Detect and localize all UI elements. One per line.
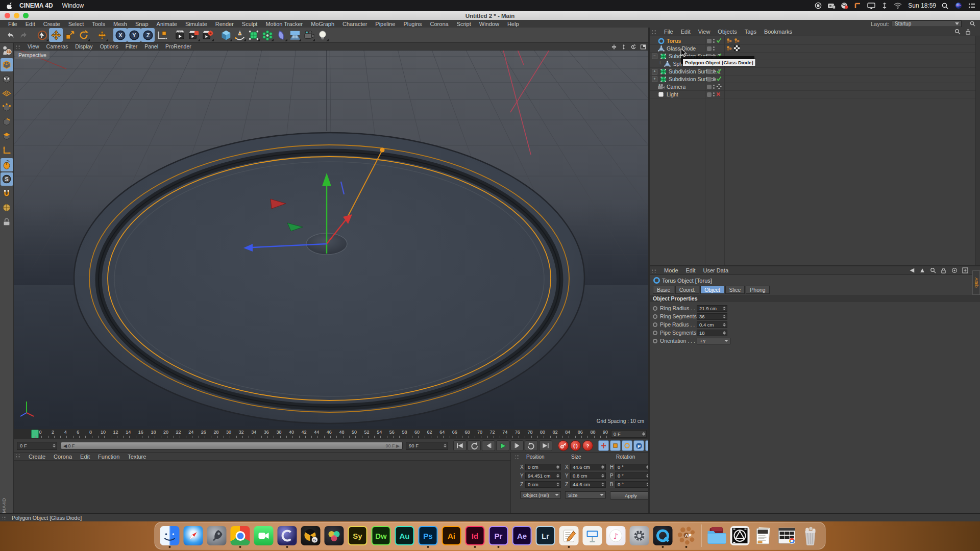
rotate-view-icon[interactable] <box>630 43 636 50</box>
expand-toggle[interactable]: − <box>652 54 657 59</box>
stepper-icon[interactable] <box>723 331 726 335</box>
attr-menu-user-data[interactable]: User Data <box>703 267 729 273</box>
dock-finder[interactable] <box>159 523 181 548</box>
dock-system-preferences[interactable] <box>628 523 651 548</box>
stepper-icon[interactable] <box>723 323 726 327</box>
pan-view-icon[interactable] <box>610 43 617 50</box>
stepper-icon[interactable] <box>642 432 645 436</box>
texture-mode-button[interactable] <box>1 72 13 86</box>
material-menu-edit[interactable]: Edit <box>80 454 90 460</box>
object-tags[interactable] <box>726 45 740 52</box>
screenshot-icon[interactable] <box>827 2 836 9</box>
coord-field[interactable]: 94.451 cm <box>525 472 561 479</box>
play-forward-button[interactable] <box>496 440 509 451</box>
light-tool-button[interactable] <box>315 28 329 42</box>
dock-facetime[interactable] <box>253 523 275 548</box>
menu-window[interactable]: Window <box>479 21 499 27</box>
object-row-torus[interactable]: Torus <box>650 37 980 45</box>
dock-adobe-ai[interactable]: Ai <box>440 523 463 548</box>
object-row-glass-diode[interactable]: Glass Diode <box>650 45 980 53</box>
render-picture-viewer-button[interactable] <box>187 28 201 42</box>
viewport-solo-button[interactable] <box>1 158 13 171</box>
panel-grip-icon[interactable] <box>16 454 20 459</box>
stepper-icon[interactable] <box>556 474 559 478</box>
menu-script[interactable]: Script <box>457 21 471 27</box>
om-menu-tags[interactable]: Tags <box>745 29 756 35</box>
render-settings-button[interactable] <box>201 28 214 42</box>
visibility-dots[interactable] <box>713 39 715 43</box>
add-panel-icon[interactable] <box>961 267 969 274</box>
menu-sculpt[interactable]: Sculpt <box>242 21 258 27</box>
axis-z-button[interactable]: Z <box>141 28 155 42</box>
autokey-button[interactable]: ( ) <box>570 440 581 451</box>
viewport-menu-view[interactable]: View <box>28 43 39 49</box>
property-field[interactable]: 18 <box>697 330 727 336</box>
keyframe-bullet-icon[interactable] <box>653 306 657 311</box>
last-tool-button[interactable] <box>95 28 109 42</box>
visibility-toggles[interactable] <box>707 38 722 44</box>
search-icon[interactable] <box>953 29 961 35</box>
environment-button[interactable] <box>288 28 302 42</box>
menu-render[interactable]: Render <box>215 21 234 27</box>
loop-play-button[interactable] <box>525 440 538 451</box>
menu-snap[interactable]: Snap <box>135 21 149 27</box>
dots-tag-icon[interactable] <box>726 45 732 52</box>
search-icon[interactable] <box>929 267 937 274</box>
record-key-button[interactable] <box>558 440 569 451</box>
state-check-icon[interactable] <box>716 38 722 44</box>
apple-menu-icon[interactable] <box>6 2 12 9</box>
coord-field[interactable]: 44.6 cm <box>570 481 606 488</box>
dock-resolve[interactable] <box>323 523 346 548</box>
size-dropdown[interactable]: Size <box>565 491 606 498</box>
dock-adobe-ae[interactable]: Ae <box>511 523 533 548</box>
keyframe-bullet-icon[interactable] <box>653 322 657 327</box>
menu-simulate[interactable]: Simulate <box>185 21 207 27</box>
deformer-button[interactable] <box>274 28 288 42</box>
next-frame-button[interactable] <box>510 440 524 451</box>
menu-animate[interactable]: Animate <box>157 21 177 27</box>
visibility-dots[interactable] <box>713 85 715 89</box>
om-menu-bookmarks[interactable]: Bookmarks <box>764 29 792 35</box>
expand-toggle[interactable]: + <box>652 69 657 74</box>
play-backward-button[interactable] <box>468 440 481 451</box>
dots-tag-icon[interactable] <box>726 38 732 44</box>
state-check-icon[interactable] <box>716 76 722 82</box>
key-rotation-toggle[interactable] <box>622 440 632 451</box>
panel-grip-icon[interactable] <box>515 455 520 459</box>
viewport-scene[interactable] <box>14 51 648 429</box>
dock-quicktime[interactable] <box>652 523 674 548</box>
move-tool-button[interactable] <box>49 28 63 42</box>
coord-system-button[interactable] <box>155 28 168 42</box>
attr-menu-mode[interactable]: Mode <box>664 267 678 273</box>
menubar-app-name[interactable]: CINEMA 4D <box>19 2 53 9</box>
menubar-clock[interactable]: Sun 18:59 <box>908 2 936 9</box>
end-frame-field[interactable]: 90 F <box>406 442 448 450</box>
live-selection-button[interactable] <box>35 28 49 42</box>
keyframe-bullet-icon[interactable] <box>653 331 657 335</box>
tab-coord[interactable]: Coord. <box>675 286 700 294</box>
undo-button[interactable] <box>3 28 17 42</box>
layer-toggle[interactable] <box>707 77 712 82</box>
current-frame-field[interactable]: 0 F <box>17 442 57 450</box>
material-menu-function[interactable]: Function <box>98 454 119 460</box>
visibility-dots[interactable] <box>713 77 715 81</box>
layout-select[interactable]: Startup <box>892 20 962 27</box>
coord-field[interactable]: 0 ° <box>615 481 651 488</box>
visibility-dots[interactable] <box>713 54 715 58</box>
layer-toggle[interactable] <box>707 92 712 97</box>
menu-pipeline[interactable]: Pipeline <box>375 21 395 27</box>
visibility-toggles[interactable] <box>707 84 722 90</box>
coord-field[interactable]: 0 ° <box>615 472 651 479</box>
expand-toggle[interactable]: + <box>652 77 657 82</box>
object-row-camera[interactable]: Camera <box>650 83 980 91</box>
lock-icon[interactable] <box>964 29 972 35</box>
viewport-menu-panel[interactable]: Panel <box>144 43 158 49</box>
stepper-icon[interactable] <box>601 474 604 478</box>
dock-chrome[interactable] <box>229 523 252 548</box>
dock-adobe-id[interactable]: Id <box>464 523 486 548</box>
stepper-icon[interactable] <box>601 483 604 486</box>
stepper-icon[interactable] <box>723 307 726 310</box>
dock-adobe-au[interactable]: Au <box>394 523 416 548</box>
prev-frame-button[interactable] <box>482 440 495 451</box>
workplane-mode-button[interactable] <box>1 87 13 100</box>
